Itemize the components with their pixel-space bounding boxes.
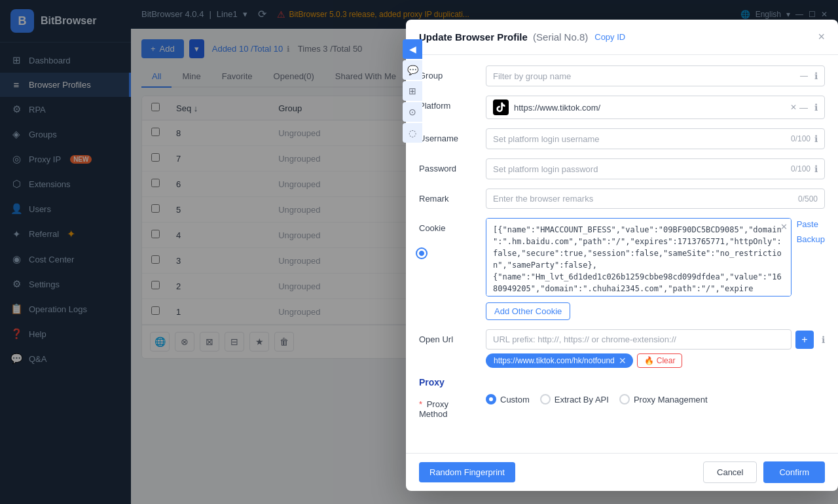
password-counter: 0/100 — [791, 164, 811, 173]
proxy-method-radio-group: Custom Extract By API Proxy Management — [486, 394, 825, 405]
open-url-label: Open Url — [419, 329, 478, 344]
platform-logo-icon — [493, 99, 509, 115]
cookie-action-buttons: Paste Backup — [792, 218, 825, 245]
add-other-cookie-button[interactable]: Add Other Cookie — [486, 302, 570, 320]
proxy-custom-option[interactable]: Custom — [486, 394, 530, 405]
group-row: Group — ℹ — [419, 65, 825, 86]
proxy-extract-api-option[interactable]: Extract By API — [540, 394, 609, 405]
group-info-icon[interactable]: ℹ — [814, 71, 818, 81]
url-add-button[interactable]: + — [795, 331, 814, 349]
password-input[interactable] — [493, 164, 791, 174]
proxy-method-control: Custom Extract By API Proxy Management — [486, 394, 825, 405]
username-info-icon[interactable]: ℹ — [814, 134, 818, 144]
open-url-row: Open Url + ℹ https://www.tiktok.com/hk/n… — [419, 329, 825, 368]
open-url-control: + ℹ https://www.tiktok.com/hk/notfound ✕… — [486, 329, 825, 368]
remark-input[interactable] — [493, 194, 798, 204]
username-counter: 0/100 — [791, 134, 811, 143]
confirm-button[interactable]: Confirm — [763, 461, 825, 483]
platform-info-icon[interactable]: ℹ — [814, 102, 818, 113]
cookie-backup-button[interactable]: Backup — [797, 233, 825, 245]
proxy-custom-radio[interactable] — [486, 394, 496, 405]
platform-label: Platform — [419, 96, 478, 111]
cookie-paste-button[interactable]: Paste — [797, 218, 825, 230]
proxy-extract-api-radio[interactable] — [540, 394, 551, 405]
update-profile-modal: Update Browser Profile (Serial No.8) Cop… — [406, 20, 838, 491]
username-input[interactable] — [493, 134, 791, 144]
side-icon-toggle[interactable]: ⊙ — [403, 102, 422, 122]
open-url-info-icon[interactable]: ℹ — [822, 334, 825, 345]
proxy-method-label: * Proxy Method — [419, 394, 478, 419]
password-row: Password 0/100 ℹ — [419, 158, 825, 179]
username-control: 0/100 ℹ — [486, 128, 825, 149]
clear-fire-icon: 🔥 — [644, 356, 654, 365]
modal-close-button[interactable]: × — [818, 30, 825, 44]
modal-header: Update Browser Profile (Serial No.8) Cop… — [406, 20, 838, 55]
url-tag-close-icon[interactable]: ✕ — [619, 355, 627, 366]
proxy-method-row: * Proxy Method Custom Extract By API — [419, 394, 825, 419]
modal-connector-dot — [417, 249, 426, 258]
cookie-control: [{"name":"HMACCOUNT_BFESS","value":"09BF… — [486, 218, 825, 320]
copy-id-button[interactable]: Copy ID — [594, 32, 625, 42]
side-icon-cards[interactable]: ⊞ — [403, 81, 422, 101]
side-panel: ◀ 💬 ⊞ ⊙ ◌ — [403, 39, 422, 143]
url-tag: https://www.tiktok.com/hk/notfound ✕ — [486, 353, 633, 368]
cancel-button[interactable]: Cancel — [703, 461, 757, 483]
footer-action-buttons: Cancel Confirm — [703, 461, 825, 483]
cookie-delete-icon[interactable]: ✕ — [780, 222, 788, 232]
group-control: — ℹ — [486, 65, 825, 86]
password-control: 0/100 ℹ — [486, 158, 825, 179]
modal-footer: Random Fingerprint Cancel Confirm — [406, 453, 838, 491]
username-row: Username 0/100 ℹ — [419, 128, 825, 149]
side-icon-fingerprint[interactable]: ◌ — [403, 123, 422, 143]
side-icon-chat[interactable]: 💬 — [403, 60, 422, 80]
platform-input[interactable] — [514, 103, 790, 113]
proxy-management-radio[interactable] — [619, 394, 630, 405]
modal-title-area: Update Browser Profile (Serial No.8) Cop… — [419, 31, 625, 43]
platform-clear-icon[interactable]: ✕ — [790, 103, 797, 112]
remark-control: 0/500 — [486, 189, 825, 209]
open-url-input[interactable] — [486, 329, 792, 350]
modal-title: Update Browser Profile (Serial No.8) — [419, 31, 588, 43]
group-input[interactable] — [493, 71, 800, 81]
url-tags-area: https://www.tiktok.com/hk/notfound ✕ 🔥 C… — [486, 353, 825, 368]
proxy-management-option[interactable]: Proxy Management — [619, 394, 708, 405]
remark-row: Remark 0/500 — [419, 189, 825, 209]
group-label: Group — [419, 65, 478, 81]
clear-url-button[interactable]: 🔥 Clear — [637, 353, 683, 368]
password-info-icon[interactable]: ℹ — [814, 164, 818, 174]
random-fingerprint-button[interactable]: Random Fingerprint — [419, 462, 515, 482]
password-label: Password — [419, 158, 478, 173]
platform-control: ✕ — ℹ — [486, 96, 825, 119]
cookie-textarea[interactable]: [{"name":"HMACCOUNT_BFESS","value":"09BF… — [486, 218, 792, 297]
username-label: Username — [419, 128, 478, 143]
modal-body: Group — ℹ Platform ✕ — — [406, 55, 838, 453]
proxy-section: Proxy * Proxy Method Custom Extract By — [419, 377, 825, 419]
remark-counter: 0/500 — [798, 194, 818, 204]
side-icon-expand[interactable]: ◀ — [403, 39, 422, 59]
cookie-row: Cookie [{"name":"HMACCOUNT_BFESS","value… — [419, 218, 825, 320]
platform-row: Platform ✕ — ℹ — [419, 96, 825, 119]
proxy-section-title: Proxy — [419, 377, 825, 387]
cookie-label: Cookie — [419, 218, 478, 233]
remark-label: Remark — [419, 189, 478, 204]
